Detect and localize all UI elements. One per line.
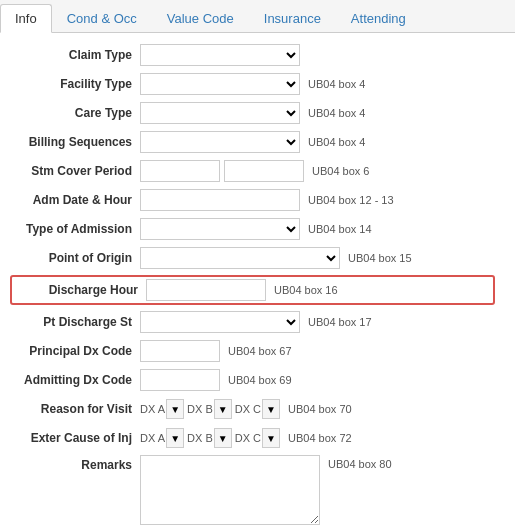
admitting-dx-code-row: Admitting Dx Code UB04 box 69 [10, 368, 495, 392]
exter-cause-dxa-label: DX A [140, 432, 165, 444]
type-of-admission-label: Type of Admission [10, 222, 140, 236]
point-of-origin-controls: UB04 box 15 [140, 247, 495, 269]
claim-type-select[interactable] [140, 44, 300, 66]
care-type-ub: UB04 box 4 [308, 107, 365, 119]
stm-cover-from-input[interactable] [140, 160, 220, 182]
discharge-hour-controls: UB04 box 16 [146, 279, 489, 301]
exter-cause-inj-ub: UB04 box 72 [288, 432, 352, 444]
reason-visit-dxb-label: DX B [187, 403, 213, 415]
discharge-hour-ub: UB04 box 16 [274, 284, 338, 296]
adm-date-hour-controls: UB04 box 12 - 13 [140, 189, 495, 211]
exter-cause-dxc: DX C ▼ [235, 428, 280, 448]
facility-type-ub: UB04 box 4 [308, 78, 365, 90]
principal-dx-code-input[interactable] [140, 340, 220, 362]
claim-type-label: Claim Type [10, 48, 140, 62]
type-of-admission-ub: UB04 box 14 [308, 223, 372, 235]
reason-visit-dxc: DX C ▼ [235, 399, 280, 419]
care-type-select[interactable] [140, 102, 300, 124]
exter-cause-dxc-down-btn[interactable]: ▼ [262, 428, 280, 448]
principal-dx-code-label: Principal Dx Code [10, 344, 140, 358]
billing-sequences-label: Billing Sequences [10, 135, 140, 149]
reason-visit-dx-group: DX A ▼ DX B ▼ DX C ▼ [140, 399, 280, 419]
type-of-admission-select[interactable] [140, 218, 300, 240]
exter-cause-inj-row: Exter Cause of Inj DX A ▼ DX B ▼ DX C ▼ … [10, 426, 495, 450]
reason-for-visit-controls: DX A ▼ DX B ▼ DX C ▼ UB04 box 70 [140, 399, 495, 419]
type-of-admission-controls: UB04 box 14 [140, 218, 495, 240]
facility-type-label: Facility Type [10, 77, 140, 91]
point-of-origin-ub: UB04 box 15 [348, 252, 412, 264]
type-of-admission-row: Type of Admission UB04 box 14 [10, 217, 495, 241]
stm-cover-period-row: Stm Cover Period UB04 box 6 [10, 159, 495, 183]
principal-dx-code-ub: UB04 box 67 [228, 345, 292, 357]
facility-type-controls: UB04 box 4 [140, 73, 495, 95]
care-type-controls: UB04 box 4 [140, 102, 495, 124]
exter-cause-dxb-label: DX B [187, 432, 213, 444]
tab-insurance[interactable]: Insurance [249, 4, 336, 33]
tab-attending[interactable]: Attending [336, 4, 421, 33]
remarks-label: Remarks [10, 455, 140, 472]
claim-type-row: Claim Type [10, 43, 495, 67]
remarks-row: Remarks UB04 box 80 [10, 455, 495, 525]
pt-discharge-st-controls: UB04 box 17 [140, 311, 495, 333]
exter-cause-dxb: DX B ▼ [187, 428, 232, 448]
reason-visit-dxa: DX A ▼ [140, 399, 184, 419]
tab-bar: Info Cond & Occ Value Code Insurance Att… [0, 0, 515, 33]
billing-sequences-row: Billing Sequences UB04 box 4 [10, 130, 495, 154]
exter-cause-inj-label: Exter Cause of Inj [10, 431, 140, 445]
exter-cause-inj-controls: DX A ▼ DX B ▼ DX C ▼ UB04 box 72 [140, 428, 495, 448]
remarks-controls: UB04 box 80 [140, 455, 495, 525]
principal-dx-code-controls: UB04 box 67 [140, 340, 495, 362]
exter-cause-dxc-label: DX C [235, 432, 261, 444]
pt-discharge-st-row: Pt Discharge St UB04 box 17 [10, 310, 495, 334]
reason-visit-dxa-label: DX A [140, 403, 165, 415]
facility-type-row: Facility Type UB04 box 4 [10, 72, 495, 96]
facility-type-select[interactable] [140, 73, 300, 95]
reason-visit-dxc-label: DX C [235, 403, 261, 415]
reason-for-visit-row: Reason for Visit DX A ▼ DX B ▼ DX C ▼ UB… [10, 397, 495, 421]
adm-date-hour-input[interactable] [140, 189, 300, 211]
exter-cause-dxb-down-btn[interactable]: ▼ [214, 428, 232, 448]
pt-discharge-st-ub: UB04 box 17 [308, 316, 372, 328]
remarks-textarea[interactable] [140, 455, 320, 525]
form-area: Claim Type Facility Type UB04 box 4 Care… [0, 33, 515, 526]
admitting-dx-code-ub: UB04 box 69 [228, 374, 292, 386]
adm-date-hour-row: Adm Date & Hour UB04 box 12 - 13 [10, 188, 495, 212]
tab-info[interactable]: Info [0, 4, 52, 33]
admitting-dx-code-input[interactable] [140, 369, 220, 391]
remarks-ub: UB04 box 80 [328, 458, 392, 470]
exter-cause-dxa-down-btn[interactable]: ▼ [166, 428, 184, 448]
discharge-hour-row: Discharge Hour UB04 box 16 [10, 275, 495, 305]
reason-visit-dxb-down-btn[interactable]: ▼ [214, 399, 232, 419]
adm-date-hour-label: Adm Date & Hour [10, 193, 140, 207]
stm-cover-period-controls: UB04 box 6 [140, 160, 495, 182]
tab-cond-occ[interactable]: Cond & Occ [52, 4, 152, 33]
reason-visit-dxa-down-btn[interactable]: ▼ [166, 399, 184, 419]
point-of-origin-row: Point of Origin UB04 box 15 [10, 246, 495, 270]
admitting-dx-code-label: Admitting Dx Code [10, 373, 140, 387]
point-of-origin-label: Point of Origin [10, 251, 140, 265]
point-of-origin-select[interactable] [140, 247, 340, 269]
admitting-dx-code-controls: UB04 box 69 [140, 369, 495, 391]
pt-discharge-st-select[interactable] [140, 311, 300, 333]
claim-type-controls [140, 44, 495, 66]
stm-cover-to-input[interactable] [224, 160, 304, 182]
care-type-row: Care Type UB04 box 4 [10, 101, 495, 125]
reason-for-visit-ub: UB04 box 70 [288, 403, 352, 415]
billing-sequences-ub: UB04 box 4 [308, 136, 365, 148]
reason-for-visit-label: Reason for Visit [10, 402, 140, 416]
principal-dx-code-row: Principal Dx Code UB04 box 67 [10, 339, 495, 363]
exter-cause-dxa: DX A ▼ [140, 428, 184, 448]
adm-date-hour-ub: UB04 box 12 - 13 [308, 194, 394, 206]
care-type-label: Care Type [10, 106, 140, 120]
billing-sequences-controls: UB04 box 4 [140, 131, 495, 153]
discharge-hour-input[interactable] [146, 279, 266, 301]
pt-discharge-st-label: Pt Discharge St [10, 315, 140, 329]
tab-value-code[interactable]: Value Code [152, 4, 249, 33]
stm-cover-ub: UB04 box 6 [312, 165, 369, 177]
reason-visit-dxb: DX B ▼ [187, 399, 232, 419]
stm-cover-period-label: Stm Cover Period [10, 164, 140, 178]
exter-cause-dx-group: DX A ▼ DX B ▼ DX C ▼ [140, 428, 280, 448]
reason-visit-dxc-down-btn[interactable]: ▼ [262, 399, 280, 419]
billing-sequences-select[interactable] [140, 131, 300, 153]
stm-inputs [140, 160, 304, 182]
